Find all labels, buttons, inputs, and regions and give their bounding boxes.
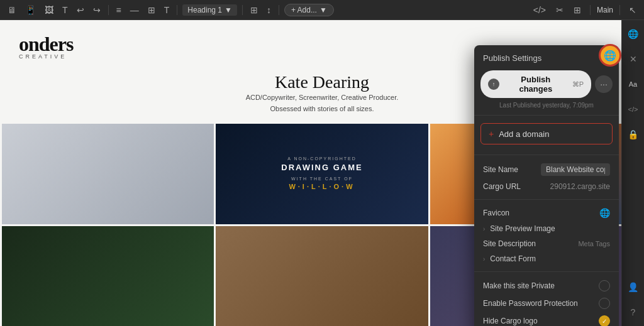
site-desc-row[interactable]: Site Description Meta Tags [474, 236, 619, 251]
publish-button-row: ↑ Publish changes ⌘P ··· [474, 68, 619, 102]
heading-chevron: ▼ [225, 6, 232, 14]
grid-image-1 [2, 124, 214, 224]
right-sidebar-user-icon[interactable]: 👤 [625, 278, 642, 296]
cargo-url-label: Cargo URL [483, 182, 545, 191]
grid-item-1 [2, 124, 214, 224]
meta-section: Favicon 🌐 › Site Preview Image Site Desc… [474, 199, 619, 271]
media-icon[interactable]: ⊞ [145, 4, 158, 16]
right-sidebar-globe-icon[interactable]: 🌐 [625, 25, 642, 43]
site-logo-brand: CREATIVE [19, 53, 73, 60]
globe-icon: 🌐 [604, 50, 616, 62]
add-button[interactable]: + Add... ▼ [284, 4, 334, 16]
scissors-icon[interactable]: ✂ [553, 4, 566, 16]
site-info-section: Site Name Cargo URL 290912.cargo.site [474, 155, 619, 199]
align-icon[interactable]: ⊞ [248, 4, 260, 16]
publish-upload-icon: ↑ [488, 79, 499, 90]
line-icon[interactable]: — [128, 4, 142, 16]
monitor-icon[interactable]: 🖥 [5, 4, 19, 16]
privacy-section: Make this site Private Enable Password P… [474, 271, 619, 326]
site-name-input[interactable] [541, 163, 610, 176]
site-preview-row[interactable]: › Site Preview Image [474, 221, 619, 236]
grid-image-2: A NON-COPYRIGHTED DRAWING GAME WITH THE … [216, 124, 428, 224]
heading-label: Heading 1 [187, 6, 222, 14]
separator-5 [590, 5, 591, 15]
grid-image-4 [2, 226, 214, 326]
separator-6 [619, 5, 620, 15]
site-preview-label: Site Preview Image [490, 224, 610, 233]
right-sidebar: 🌐 ✕ Aa </> 🔒 👤 ? [621, 20, 644, 326]
site-name-row[interactable]: Site Name [474, 160, 619, 179]
code-icon[interactable]: </> [531, 4, 548, 16]
separator-4 [279, 5, 279, 15]
make-private-row[interactable]: Make this site Private [474, 277, 619, 295]
text2-icon[interactable]: T [162, 4, 172, 16]
globe-publish-button[interactable]: 🌐 [599, 44, 621, 67]
separator-2 [177, 5, 177, 15]
make-private-checkbox[interactable] [599, 280, 610, 291]
panel-header: Publish Settings ? [474, 45, 619, 68]
indent-icon[interactable]: ↕ [264, 4, 274, 16]
publish-panel: Publish Settings ? ↑ Publish changes ⌘P … [474, 45, 619, 326]
site-name-label: Site Name [483, 165, 536, 174]
hide-cargo-checkbox[interactable]: ✓ [599, 315, 610, 326]
publish-shortcut: ⌘P [572, 80, 584, 89]
hide-cargo-label: Hide Cargo logo [483, 317, 594, 325]
main-area: onders CREATIVE Kate Dearing ACD/Copywri… [0, 20, 644, 326]
enable-password-checkbox[interactable] [599, 298, 610, 309]
toolbar-right: </> ✂ ⊞ Main ↖ [531, 4, 639, 16]
contact-form-label: Contact Form [490, 254, 610, 263]
right-sidebar-help-icon[interactable]: ? [625, 303, 642, 321]
enable-password-label: Enable Password Protection [483, 299, 594, 308]
right-sidebar-lock-icon[interactable]: 🔒 [625, 126, 642, 143]
heading-selector[interactable]: Heading 1 ▼ [182, 4, 237, 16]
favicon-label: Favicon [483, 209, 594, 217]
canvas: onders CREATIVE Kate Dearing ACD/Copywri… [0, 20, 644, 326]
publish-btn-label: Publish changes [504, 75, 567, 94]
separator-3 [242, 5, 243, 15]
enable-password-row[interactable]: Enable Password Protection [474, 295, 619, 312]
more-dots-icon: ··· [600, 79, 608, 89]
site-desc-label: Site Description [483, 239, 573, 248]
drawing-game-overlay: A NON-COPYRIGHTED DRAWING GAME WITH THE … [281, 156, 362, 192]
add-domain-label: Add a domain [499, 129, 549, 139]
panel-title: Publish Settings [483, 53, 541, 63]
site-logo: onders [19, 33, 73, 56]
publish-more-button[interactable]: ··· [595, 75, 613, 93]
add-domain-button[interactable]: + Add a domain [480, 123, 613, 144]
grid-item-4 [2, 226, 214, 326]
favicon-row[interactable]: Favicon 🌐 [474, 205, 619, 221]
grid-item-5 [216, 226, 428, 326]
right-sidebar-x-icon[interactable]: ✕ [625, 50, 642, 68]
contact-form-row[interactable]: › Contact Form [474, 251, 619, 266]
site-logo-container: onders CREATIVE [19, 33, 73, 60]
drawing-game-title-2: DRAWING GAME [281, 162, 362, 173]
add-chevron: ▼ [319, 6, 327, 14]
right-sidebar-text-icon[interactable]: Aa [625, 75, 642, 93]
domain-section: + Add a domain [474, 115, 619, 155]
domain-plus-icon: + [489, 129, 494, 139]
add-label: + Add... [291, 6, 317, 14]
text-icon[interactable]: T [60, 4, 70, 16]
contact-chevron: › [483, 256, 485, 263]
hide-cargo-row[interactable]: Hide Cargo logo ✓ [474, 312, 619, 326]
meta-tags-label: Meta Tags [578, 240, 610, 247]
grid-icon[interactable]: ⊞ [571, 4, 584, 16]
list-icon[interactable]: ≡ [114, 4, 124, 16]
drawing-game-with: WITH THE CAST OF [281, 176, 362, 182]
publish-button[interactable]: ↑ Publish changes ⌘P [480, 70, 591, 98]
last-published: Last Published yesterday, 7:09pm [474, 102, 619, 115]
cargo-url-row[interactable]: Cargo URL 290912.cargo.site [474, 179, 619, 194]
drawing-game-willow: W·I·L·L·O·W [281, 182, 362, 192]
redo-icon[interactable]: ↪ [91, 4, 103, 16]
undo-icon[interactable]: ↩ [74, 4, 87, 16]
image-icon[interactable]: 🖼 [42, 4, 56, 16]
favicon-globe-icon: 🌐 [599, 208, 610, 218]
make-private-label: Make this site Private [483, 281, 594, 290]
mobile-icon[interactable]: 📱 [23, 4, 38, 16]
cursor-icon[interactable]: ↖ [626, 4, 639, 16]
separator-1 [108, 5, 109, 15]
grid-image-5 [216, 226, 428, 326]
right-sidebar-code-icon[interactable]: </> [625, 101, 642, 118]
cargo-url-value: 290912.cargo.site [550, 182, 610, 191]
grid-item-2: A NON-COPYRIGHTED DRAWING GAME WITH THE … [216, 124, 428, 224]
